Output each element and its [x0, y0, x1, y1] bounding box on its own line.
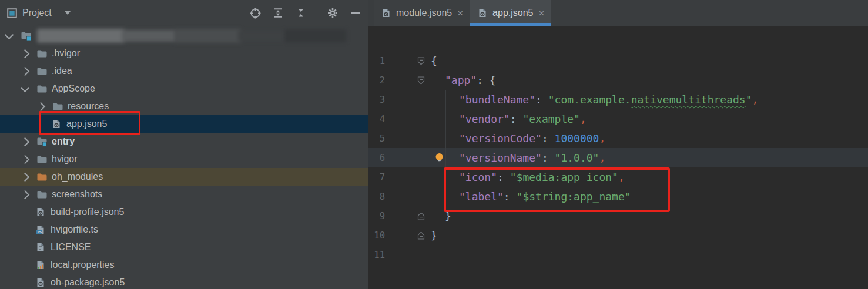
code-line-1: 1{	[368, 51, 868, 70]
chevron-right-icon[interactable]	[21, 172, 30, 182]
toolbar-separator	[316, 7, 316, 19]
line-number[interactable]: 9	[368, 211, 385, 221]
token-key: "app"	[445, 74, 477, 86]
chevron-right-icon[interactable]	[21, 137, 30, 146]
tree-row-build-profile-json5[interactable]: build-profile.json5	[0, 203, 368, 221]
tree-row-app-json5[interactable]: app.json5	[0, 115, 368, 133]
fold-gutter[interactable]	[385, 187, 427, 206]
token-colon: :	[497, 171, 510, 183]
hide-panel-button[interactable]	[349, 6, 362, 19]
fold-gutter[interactable]	[385, 90, 427, 109]
code-line-7: 7"icon": "$media:app_icon",	[368, 167, 868, 187]
properties-file-icon	[35, 260, 46, 270]
token-colon: :	[510, 113, 523, 125]
svg-text:TS: TS	[37, 230, 42, 234]
indent-guide	[445, 129, 446, 148]
tree-row-resources[interactable]: resources	[0, 98, 368, 115]
token-string: nativemultithreads	[631, 93, 746, 106]
settings-gear-button[interactable]	[326, 6, 339, 19]
fold-start-marker-icon[interactable]	[417, 56, 425, 65]
tree-item-label: oh_modules	[52, 172, 103, 182]
token-string: "$string:app_name"	[517, 190, 631, 203]
fold-end-marker-icon[interactable]	[417, 231, 425, 240]
intention-bulb-icon[interactable]	[434, 153, 444, 163]
tree-row-appscope[interactable]: AppScope	[0, 80, 368, 98]
fold-gutter[interactable]	[385, 167, 427, 187]
close-tab-icon[interactable]: ×	[455, 8, 465, 18]
fold-end-marker-icon[interactable]	[417, 211, 425, 220]
code-text: }	[427, 210, 451, 222]
ts-file-icon: TS	[35, 224, 46, 235]
tree-item-label: app.json5	[66, 119, 107, 129]
fold-gutter[interactable]	[385, 129, 427, 148]
fold-gutter[interactable]	[385, 148, 427, 167]
code-line-3: 3"bundleName": "com.example.nativemultit…	[368, 90, 868, 109]
indent-guide	[445, 187, 446, 206]
fold-gutter[interactable]	[385, 51, 427, 70]
code-line-9: 9}	[368, 206, 868, 226]
project-view-selector[interactable]: Project	[22, 8, 52, 18]
code-line-11: 11	[368, 245, 868, 264]
line-number[interactable]: 1	[368, 56, 385, 66]
chevron-right-icon[interactable]	[21, 154, 30, 164]
chevron-right-icon[interactable]	[21, 49, 30, 58]
chevron-right-icon[interactable]	[21, 190, 30, 199]
fold-gutter[interactable]	[385, 109, 427, 129]
tree-row-local-properties[interactable]: local.properties	[0, 256, 368, 274]
tree-row-license[interactable]: LICENSE	[0, 238, 368, 256]
editor-body[interactable]: 1{2"app": {3"bundleName": "com.example.n…	[368, 26, 868, 289]
chevron-down-icon[interactable]	[65, 11, 71, 15]
tree-item-label: local.properties	[51, 260, 115, 270]
fold-gutter[interactable]	[385, 226, 427, 245]
fold-connector-line	[421, 109, 421, 129]
code-text: "vendor": "example",	[427, 113, 587, 125]
select-opened-file-button[interactable]	[249, 6, 262, 19]
tree-row--idea[interactable]: .idea	[0, 62, 368, 80]
tree-row-entry[interactable]: entry	[0, 133, 368, 150]
chevron-down-icon[interactable]	[5, 30, 14, 39]
line-number[interactable]: 3	[368, 95, 385, 105]
chevron-right-icon[interactable]	[21, 66, 30, 76]
tree-row-oh-package-json5[interactable]: oh-package.json5	[0, 274, 368, 289]
indent-guide	[445, 167, 446, 187]
expand-all-button[interactable]	[272, 6, 284, 19]
collapse-all-button[interactable]	[294, 6, 307, 19]
code-text: "versionCode": 1000000,	[427, 132, 605, 144]
token-key: "bundleName"	[459, 93, 535, 106]
close-tab-icon[interactable]: ×	[537, 8, 547, 18]
tree-row--hvigor[interactable]: .hvigor	[0, 45, 368, 62]
fold-connector-line	[421, 187, 421, 206]
line-number[interactable]: 4	[368, 114, 385, 125]
tab-module-json5[interactable]: module.json5 ×	[374, 0, 470, 26]
chevron-down-icon[interactable]	[21, 83, 30, 92]
tree-item-label: LICENSE	[51, 242, 91, 253]
line-number[interactable]: 6	[368, 153, 385, 163]
tree-item-label: AppScope	[52, 83, 95, 94]
tree-item-label: resources	[68, 101, 109, 112]
tree-row-hvigorfile-ts[interactable]: TShvigorfile.ts	[0, 221, 368, 238]
line-number[interactable]: 7	[368, 172, 385, 183]
tab-app-json5[interactable]: app.json5 ×	[470, 0, 551, 26]
line-number[interactable]: 10	[368, 230, 385, 241]
code-line-5: 5"versionCode": 1000000,	[368, 129, 868, 148]
fold-gutter[interactable]	[385, 206, 427, 226]
fold-gutter[interactable]	[385, 245, 427, 264]
token-key: "versionName"	[459, 152, 542, 164]
line-number[interactable]: 5	[368, 133, 385, 144]
token-key: "icon"	[459, 171, 497, 183]
chevron-right-icon[interactable]	[36, 102, 46, 111]
token-key: "versionCode"	[459, 132, 542, 144]
line-number[interactable]: 11	[368, 250, 385, 260]
tree-row-hvigor[interactable]: hvigor	[0, 150, 368, 168]
tree-item-label: .hvigor	[52, 48, 80, 59]
line-number[interactable]: 2	[368, 75, 385, 86]
tree-row-screenshots[interactable]: screenshots	[0, 186, 368, 203]
token-string: "$media:app_icon"	[510, 171, 618, 183]
tree-row-project-root[interactable]	[0, 27, 368, 45]
fold-gutter[interactable]	[385, 70, 427, 90]
fold-start-marker-icon[interactable]	[417, 76, 425, 85]
line-number[interactable]: 8	[368, 191, 385, 202]
tree-row-oh-modules[interactable]: oh_modules	[0, 168, 368, 186]
code-area[interactable]: 1{2"app": {3"bundleName": "com.example.n…	[368, 26, 868, 264]
folder-icon	[52, 101, 63, 112]
